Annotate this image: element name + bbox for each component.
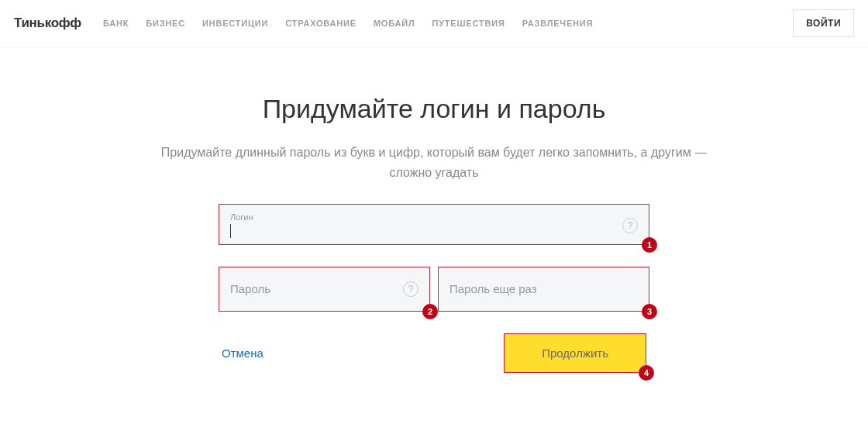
login-field[interactable]: Логин ?: [219, 204, 649, 245]
annotation-badge-1: 1: [642, 237, 657, 253]
page-subtitle: Придумайте длинный пароль из букв и цифр…: [155, 143, 713, 182]
nav-item-entertainment[interactable]: РАЗВЛЕЧЕНИЯ: [522, 19, 594, 28]
password-field[interactable]: Пароль ?: [219, 267, 430, 312]
main-content: Придумайте логин и пароль Придумайте дли…: [0, 47, 868, 373]
annotation-badge-3: 3: [642, 304, 657, 319]
login-button[interactable]: ВОЙТИ: [793, 9, 854, 37]
continue-wrap: Продолжить 4: [504, 333, 646, 373]
cancel-button[interactable]: Отмена: [222, 347, 264, 360]
nav-item-investments[interactable]: ИНВЕСТИЦИИ: [202, 19, 268, 28]
password-confirm-field-wrap: Пароль еще раз 3: [438, 267, 649, 312]
password-confirm-placeholder: Пароль еще раз: [450, 282, 638, 295]
header: Тинькофф БАНК БИЗНЕС ИНВЕСТИЦИИ СТРАХОВА…: [0, 0, 868, 47]
help-icon[interactable]: ?: [403, 281, 418, 297]
nav-item-travel[interactable]: ПУТЕШЕСТВИЯ: [432, 19, 505, 28]
nav: БАНК БИЗНЕС ИНВЕСТИЦИИ СТРАХОВАНИЕ МОБАЙ…: [103, 19, 793, 28]
continue-button[interactable]: Продолжить: [504, 333, 646, 373]
nav-item-mobile[interactable]: МОБАЙЛ: [374, 19, 415, 28]
annotation-badge-4: 4: [639, 365, 654, 381]
page-title: Придумайте логин и пароль: [0, 94, 868, 124]
logo[interactable]: Тинькофф: [14, 16, 81, 31]
login-label: Логин: [230, 212, 622, 222]
nav-item-insurance[interactable]: СТРАХОВАНИЕ: [285, 19, 356, 28]
login-field-wrap: Логин ? 1: [219, 204, 649, 245]
help-icon[interactable]: ?: [622, 218, 638, 233]
form-actions: Отмена Продолжить 4: [219, 333, 649, 373]
nav-item-bank[interactable]: БАНК: [103, 19, 129, 28]
form: Логин ? 1 Пароль ? 2 Пароль ещ: [219, 204, 649, 373]
password-confirm-field[interactable]: Пароль еще раз: [438, 267, 649, 312]
annotation-badge-2: 2: [422, 304, 438, 319]
password-field-wrap: Пароль ? 2: [219, 267, 430, 312]
text-cursor: [230, 224, 231, 238]
password-row: Пароль ? 2 Пароль еще раз 3: [219, 267, 649, 312]
nav-item-business[interactable]: БИЗНЕС: [146, 19, 185, 28]
password-placeholder: Пароль: [230, 282, 403, 295]
